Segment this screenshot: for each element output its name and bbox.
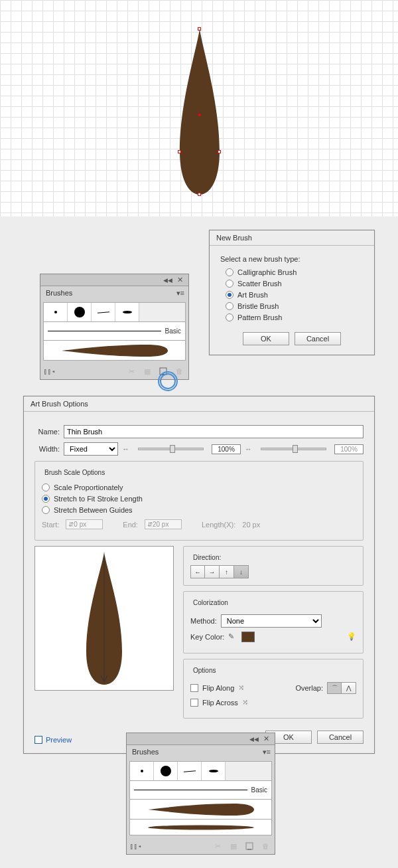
- lock-icon[interactable]: ↔: [245, 445, 253, 453]
- brush-preset[interactable]: [202, 762, 226, 780]
- brush-preset-empty: [226, 762, 271, 780]
- brush-scale-options: Brush Scale Options Scale Proportionatel…: [34, 461, 364, 541]
- cancel-button[interactable]: Cancel: [295, 332, 341, 345]
- ok-button[interactable]: OK: [243, 332, 289, 345]
- width-slider-1[interactable]: [138, 448, 204, 450]
- radio-scale-proportionate[interactable]: Scale Proportionately: [42, 483, 356, 491]
- name-input[interactable]: [64, 425, 364, 438]
- overlap-option-1[interactable]: ⌒: [327, 682, 342, 694]
- direction-right[interactable]: →: [205, 565, 220, 578]
- library-icon[interactable]: ⫿⫿◂: [44, 366, 55, 377]
- brush-basic[interactable]: Basic: [129, 781, 272, 800]
- scissors-icon[interactable]: ✂: [212, 841, 223, 851]
- panel-collapse-icon[interactable]: ◀◀: [161, 277, 174, 284]
- trash-icon[interactable]: 🗑: [260, 841, 271, 851]
- flip-along-icon: ⤭: [238, 683, 247, 693]
- library-icon[interactable]: ⫿⫿◂: [131, 841, 141, 851]
- width-slider-2: [261, 448, 326, 450]
- panel-collapse-icon[interactable]: ◀◀: [247, 736, 261, 742]
- brushes-panel: ◀◀ ✕ Brushes ▾≡ Basic ⫿⫿◂ ✂ ▦ 🗑: [40, 274, 189, 380]
- panel-close-icon[interactable]: ✕: [174, 276, 186, 284]
- eyedropper-icon[interactable]: ✎: [228, 632, 237, 642]
- scissors-icon[interactable]: ✂: [126, 366, 137, 377]
- length-label: Length(X):: [202, 521, 235, 529]
- brushes-panel-result: ◀◀ ✕ Brushes ▾≡ Basic ⫿⫿◂ ✂ ▦: [126, 733, 275, 855]
- radio-art[interactable]: Art Brush: [226, 291, 364, 299]
- name-label: Name:: [34, 428, 60, 436]
- svg-rect-4: [246, 843, 253, 849]
- preview-checkbox[interactable]: Preview: [34, 736, 72, 744]
- svg-rect-0: [160, 368, 166, 375]
- new-brush-icon[interactable]: [158, 366, 168, 377]
- dialog-title: Art Brush Options: [24, 396, 374, 412]
- radio-scatter[interactable]: Scatter Brush: [226, 280, 364, 288]
- svg-point-3: [148, 825, 254, 829]
- radio-stretch-fit[interactable]: Stretch to Fit Stroke Length: [42, 495, 356, 503]
- direction-fieldset: Direction: ← → ↑ ↓: [183, 546, 364, 586]
- svg-rect-5: [247, 849, 251, 850]
- flip-across-checkbox[interactable]: [190, 699, 198, 707]
- width-pct-2: 100%: [334, 444, 364, 454]
- colorization-fieldset: Colorization Method: None Key Color: ✎ 💡: [183, 591, 364, 653]
- brush-preset[interactable]: [154, 762, 178, 780]
- radio-calligraphic[interactable]: Calligraphic Brush: [226, 268, 364, 276]
- new-brush-icon[interactable]: [244, 841, 255, 851]
- panel-menu-icon[interactable]: ▾≡: [172, 288, 188, 299]
- brush-preset[interactable]: [92, 303, 115, 321]
- brush-preset[interactable]: [130, 762, 154, 780]
- brushes-tab[interactable]: Brushes: [127, 745, 164, 758]
- panel-close-icon[interactable]: ✕: [261, 735, 272, 743]
- new-brush-dialog: New Brush Select a new brush type: Calli…: [209, 230, 375, 355]
- method-select[interactable]: None: [221, 614, 322, 628]
- overlap-label: Overlap:: [295, 684, 323, 692]
- width-pct-1[interactable]: 100%: [212, 444, 241, 454]
- width-label: Width:: [34, 445, 60, 453]
- trash-icon[interactable]: 🗑: [174, 366, 184, 377]
- method-label: Method:: [190, 617, 217, 625]
- brush-preset[interactable]: [68, 303, 92, 321]
- brush-presets-row: [129, 761, 272, 781]
- direction-down[interactable]: ↓: [234, 565, 249, 578]
- list-icon[interactable]: ▦: [142, 366, 153, 377]
- keycolor-label: Key Color:: [190, 633, 224, 641]
- prompt-text: Select a new brush type:: [220, 255, 364, 263]
- brush-preset-empty: [139, 303, 185, 321]
- list-icon[interactable]: ▦: [228, 841, 239, 851]
- brush-preset[interactable]: [115, 303, 139, 321]
- overlap-option-2[interactable]: ⋀: [342, 682, 356, 694]
- radio-pattern[interactable]: Pattern Brush: [226, 313, 364, 321]
- width-mode-select[interactable]: Fixed: [64, 442, 118, 456]
- radio-bristle[interactable]: Bristle Brush: [226, 302, 364, 310]
- dialog-title: New Brush: [210, 230, 374, 246]
- radio-stretch-guides[interactable]: Stretch Between Guides: [42, 506, 356, 514]
- brushes-tab[interactable]: Brushes: [40, 286, 78, 300]
- brush-preset[interactable]: [44, 303, 68, 321]
- direction-up[interactable]: ↑: [220, 565, 234, 578]
- brush-custom-drop[interactable]: [129, 800, 272, 820]
- drop-shape[interactable]: [174, 29, 225, 195]
- svg-rect-1: [161, 374, 165, 375]
- flip-along-checkbox[interactable]: [190, 684, 198, 692]
- brush-basic[interactable]: Basic: [43, 322, 186, 341]
- art-brush-options-dialog: Art Brush Options Name: Width: Fixed ↔ 1…: [23, 396, 375, 754]
- cancel-button[interactable]: Cancel: [317, 731, 364, 744]
- direction-left[interactable]: ←: [190, 565, 205, 578]
- canvas-grid: [0, 0, 398, 217]
- brush-preset[interactable]: [178, 762, 202, 780]
- brush-thin[interactable]: [129, 820, 272, 835]
- options-fieldset: Options Flip Along ⤭ Overlap: ⌒ ⋀: [183, 659, 364, 719]
- end-label: End:: [123, 521, 138, 529]
- panel-menu-icon[interactable]: ▾≡: [259, 746, 275, 758]
- brush-preview: [34, 546, 174, 691]
- start-input: ⇵ 0 px: [66, 519, 103, 529]
- brush-presets-row: [43, 302, 186, 322]
- start-label: Start:: [42, 521, 59, 529]
- brush-custom-drop[interactable]: [43, 341, 186, 361]
- flip-across-icon: ⤮: [242, 698, 251, 707]
- lock-icon[interactable]: ↔: [122, 445, 130, 453]
- end-input: ⇵ 20 px: [145, 519, 182, 529]
- keycolor-swatch[interactable]: [241, 632, 255, 642]
- tip-icon[interactable]: 💡: [347, 632, 356, 642]
- length-value: 20 px: [242, 521, 260, 529]
